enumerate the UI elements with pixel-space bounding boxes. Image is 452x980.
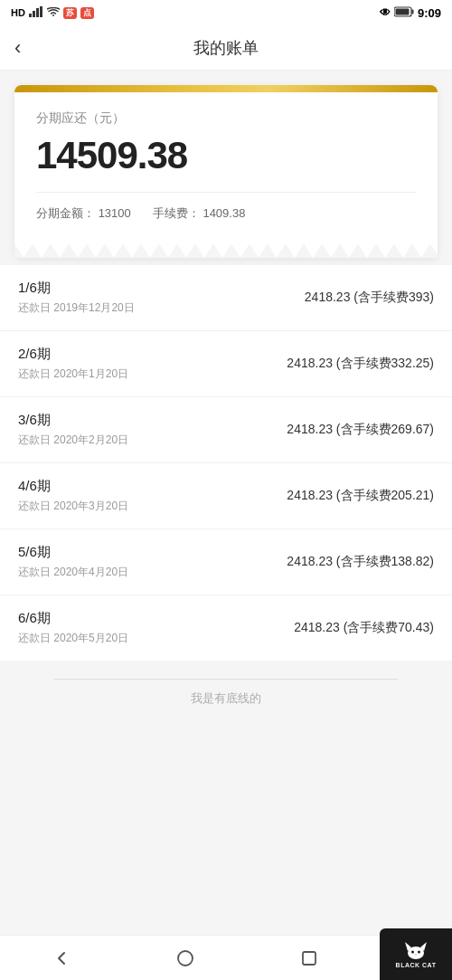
card-amount: 14509.38 bbox=[36, 134, 416, 177]
home-nav-icon bbox=[176, 949, 194, 967]
home-nav-button[interactable] bbox=[172, 945, 199, 972]
svg-point-13 bbox=[178, 951, 193, 966]
nav-bar: ‹ 我的账单 bbox=[0, 25, 452, 71]
installment-item: 6/6期 还款日 2020年5月20日 2418.23 (含手续费70.43) bbox=[0, 595, 452, 661]
item-date-6: 还款日 2020年5月20日 bbox=[18, 631, 128, 646]
item-amount-1: 2418.23 (含手续费393) bbox=[305, 290, 434, 306]
black-cat-badge: BLACK CAT bbox=[380, 928, 452, 980]
item-period-4: 4/6期 bbox=[18, 478, 128, 495]
installment-item: 2/6期 还款日 2020年1月20日 2418.23 (含手续费332.25) bbox=[0, 331, 452, 397]
item-amount-6: 2418.23 (含手续费70.43) bbox=[294, 620, 434, 636]
installment-item: 5/6期 还款日 2020年4月20日 2418.23 (含手续费138.82) bbox=[0, 529, 452, 595]
item-period-1: 1/6期 bbox=[18, 280, 135, 297]
card-body: 分期应还（元） 14509.38 分期金额： 13100 手续费： 1409.3… bbox=[14, 92, 438, 243]
svg-rect-5 bbox=[411, 10, 413, 14]
svg-point-9 bbox=[408, 947, 424, 959]
back-nav-button[interactable] bbox=[48, 945, 75, 972]
svg-rect-0 bbox=[29, 14, 32, 17]
svg-rect-3 bbox=[40, 6, 42, 17]
fee-label: 手续费： 1409.38 bbox=[153, 205, 246, 222]
installment-item: 4/6期 还款日 2020年3月20日 2418.23 (含手续费205.21) bbox=[0, 463, 452, 529]
carrier-label: HD bbox=[11, 7, 25, 18]
item-amount-2: 2418.23 (含手续费332.25) bbox=[287, 356, 434, 372]
black-cat-text: BLACK CAT bbox=[396, 962, 437, 968]
item-date-3: 还款日 2020年2月20日 bbox=[18, 433, 128, 448]
footer-divider bbox=[54, 679, 398, 680]
item-date-4: 还款日 2020年3月20日 bbox=[18, 499, 128, 514]
card-divider bbox=[36, 192, 416, 193]
status-right: 👁 9:09 bbox=[380, 6, 441, 20]
svg-rect-1 bbox=[33, 11, 35, 17]
recent-nav-icon bbox=[300, 949, 318, 967]
svg-rect-14 bbox=[303, 952, 315, 965]
card-accent bbox=[14, 85, 438, 92]
item-period-3: 3/6期 bbox=[18, 412, 128, 429]
svg-point-12 bbox=[415, 954, 417, 955]
signal-icon bbox=[29, 6, 43, 19]
item-date-1: 还款日 2019年12月20日 bbox=[18, 300, 135, 316]
item-amount-4: 2418.23 (含手续费205.21) bbox=[287, 488, 434, 504]
card-details: 分期金额： 13100 手续费： 1409.38 bbox=[36, 205, 416, 222]
back-button[interactable]: ‹ bbox=[14, 36, 21, 60]
notification-badge: 苏 bbox=[63, 7, 77, 19]
svg-point-10 bbox=[411, 951, 414, 954]
installment-item: 3/6期 还款日 2020年2月20日 2418.23 (含手续费269.67) bbox=[0, 397, 452, 463]
footer-text: 我是有底线的 bbox=[0, 690, 452, 707]
item-date-5: 还款日 2020年4月20日 bbox=[18, 565, 128, 580]
installment-list: 1/6期 还款日 2019年12月20日 2418.23 (含手续费393) 2… bbox=[0, 265, 452, 661]
time-display: 9:09 bbox=[418, 6, 441, 20]
item-amount-3: 2418.23 (含手续费269.67) bbox=[287, 422, 434, 438]
status-bar: HD 苏 点 👁 bbox=[0, 0, 452, 25]
app-badge: 点 bbox=[80, 7, 94, 19]
back-nav-icon bbox=[52, 949, 71, 967]
svg-point-11 bbox=[418, 951, 420, 954]
item-amount-5: 2418.23 (含手续费138.82) bbox=[287, 554, 434, 570]
svg-rect-2 bbox=[36, 8, 39, 17]
bottom-area: BLACK CAT bbox=[0, 935, 452, 980]
item-period-5: 5/6期 bbox=[18, 544, 128, 561]
page-title: 我的账单 bbox=[193, 37, 259, 59]
installment-item: 1/6期 还款日 2019年12月20日 2418.23 (含手续费393) bbox=[0, 265, 452, 331]
item-date-2: 还款日 2020年1月20日 bbox=[18, 366, 128, 382]
cat-icon bbox=[402, 940, 429, 960]
card-label: 分期应还（元） bbox=[36, 110, 416, 127]
zigzag-separator bbox=[14, 243, 438, 258]
item-period-2: 2/6期 bbox=[18, 346, 128, 363]
recent-nav-button[interactable] bbox=[296, 945, 323, 972]
svg-rect-6 bbox=[395, 9, 409, 15]
eye-icon: 👁 bbox=[380, 6, 391, 19]
footer-section: 我是有底线的 bbox=[0, 661, 452, 725]
status-left: HD 苏 点 bbox=[11, 6, 94, 19]
wifi-icon bbox=[47, 7, 60, 19]
item-period-6: 6/6期 bbox=[18, 610, 128, 627]
battery-icon bbox=[394, 6, 414, 19]
principal-label: 分期金额： 13100 bbox=[36, 205, 131, 222]
summary-card: 分期应还（元） 14509.38 分期金额： 13100 手续费： 1409.3… bbox=[14, 85, 438, 258]
